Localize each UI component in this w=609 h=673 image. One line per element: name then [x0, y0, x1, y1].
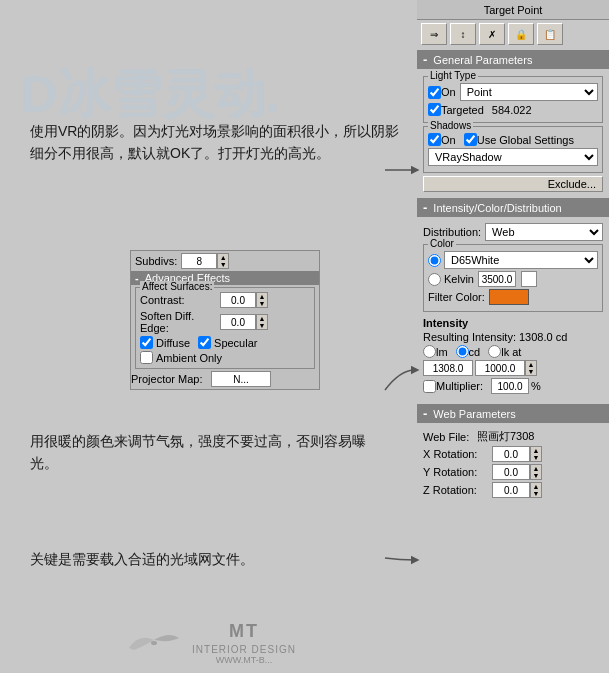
- targeted-checkbox[interactable]: [428, 103, 441, 116]
- kelvin-input[interactable]: [478, 271, 516, 287]
- general-minus-icon: -: [423, 52, 427, 67]
- x-rotation-spinner[interactable]: ▲▼: [530, 446, 542, 462]
- shadows-on-label: On: [441, 134, 456, 146]
- y-rotation-input[interactable]: [492, 464, 530, 480]
- diffuse-checkbox[interactable]: [140, 336, 153, 349]
- intensity-label: Intensity/Color/Distribution: [433, 202, 561, 214]
- shadows-global-checkbox[interactable]: [464, 133, 477, 146]
- mt-branding: MT INTERIOR DESIGN WWW.MT-B...: [192, 621, 296, 665]
- specular-checkbox[interactable]: [198, 336, 211, 349]
- multiplier-row: Multiplier: %: [423, 378, 603, 394]
- intensity-header[interactable]: - Intensity/Color/Distribution: [417, 198, 609, 217]
- light-type-group: Light Type On Point Targeted 584.022: [423, 76, 603, 123]
- rollout-panel: Subdivs: ▲▼ - Advanced Effects Affect Su…: [130, 250, 320, 390]
- annotation-1: 使用VR的阴影。因为灯光对场景影响的面积很小，所以阴影细分不用很高，默认就OK了…: [30, 120, 410, 165]
- tool-btn-lock[interactable]: 🔒: [508, 23, 534, 45]
- contrast-input[interactable]: [220, 292, 256, 308]
- affect-surfaces-title: Affect Surfaces:: [140, 281, 214, 292]
- tool-btn-cross[interactable]: ✗: [479, 23, 505, 45]
- tool-btn-copy[interactable]: 📋: [537, 23, 563, 45]
- ambient-row: Ambient Only: [140, 351, 310, 364]
- y-rotation-label: Y Rotation:: [423, 466, 488, 478]
- diffuse-row: Diffuse Specular: [140, 336, 310, 349]
- resulting-value: 1308.0 cd: [519, 331, 567, 343]
- x-rotation-input[interactable]: [492, 446, 530, 462]
- intensity-minus-icon: -: [423, 200, 427, 215]
- percent-label: %: [531, 380, 541, 392]
- kelvin-label: Kelvin: [444, 273, 474, 285]
- kelvin-color-swatch[interactable]: [521, 271, 537, 287]
- light-type-dropdown[interactable]: Point: [460, 83, 598, 101]
- projector-row: Projector Map:: [131, 371, 319, 387]
- multiplier-input[interactable]: [491, 378, 529, 394]
- web-params-label: Web Parameters: [433, 408, 515, 420]
- lkat-label: lk at: [501, 346, 521, 358]
- targeted-row: Targeted 584.022: [428, 103, 598, 116]
- annotation-3: 关键是需要载入合适的光域网文件。: [30, 548, 390, 570]
- distribution-label: Distribution:: [423, 226, 481, 238]
- affect-surfaces-group: Affect Surfaces: Contrast: ▲▼ Soften Dif…: [135, 287, 315, 369]
- z-rotation-spinner[interactable]: ▲▼: [530, 482, 542, 498]
- mt-url: WWW.MT-B...: [192, 655, 296, 665]
- subdivs-label: Subdivs:: [135, 255, 177, 267]
- light-on-row: On Point: [428, 83, 598, 101]
- intensity-val2[interactable]: [475, 360, 525, 376]
- cd-radio[interactable]: [456, 345, 469, 358]
- target-point-label: Target Point: [484, 4, 543, 16]
- general-params-content: Light Type On Point Targeted 584.022 Sha…: [417, 69, 609, 196]
- ambient-checkbox[interactable]: [140, 351, 153, 364]
- shadow-type-dropdown[interactable]: VRayShadow: [428, 148, 598, 166]
- shadow-type-row: VRayShadow: [428, 148, 598, 166]
- shadows-on-row: On Use Global Settings: [428, 133, 598, 146]
- distribution-dropdown[interactable]: Web: [485, 223, 603, 241]
- mt-subtitle: INTERIOR DESIGN: [192, 644, 296, 655]
- subdivs-spinner[interactable]: ▲▼: [217, 253, 229, 269]
- intensity-group: Intensity Resulting Intensity: 1308.0 cd…: [423, 315, 603, 398]
- web-file-value: 照画灯7308: [477, 429, 603, 444]
- tool-btn-move[interactable]: ⇒: [421, 23, 447, 45]
- resulting-label: Resulting Intensity:: [423, 331, 516, 343]
- contrast-row: Contrast: ▲▼: [140, 292, 310, 308]
- resulting-row: Resulting Intensity: 1308.0 cd: [423, 331, 603, 343]
- targeted-label: Targeted: [441, 104, 484, 116]
- multiplier-checkbox[interactable]: [423, 380, 436, 393]
- bird-logo-icon: [124, 628, 184, 658]
- projector-input[interactable]: [211, 371, 271, 387]
- mt-text: MT: [192, 621, 296, 642]
- diffuse-label: Diffuse: [156, 337, 190, 349]
- exclude-button[interactable]: Exclude...: [423, 176, 603, 192]
- filter-row: Filter Color:: [428, 289, 598, 305]
- soften-input[interactable]: [220, 314, 256, 330]
- x-rotation-row: X Rotation: ▲▼: [423, 446, 603, 462]
- lm-radio[interactable]: [423, 345, 436, 358]
- bottom-watermark: MT INTERIOR DESIGN WWW.MT-B...: [0, 621, 420, 665]
- ambient-label: Ambient Only: [156, 352, 222, 364]
- lm-cd-row: lm cd lk at: [423, 345, 603, 358]
- light-type-title: Light Type: [428, 70, 478, 81]
- intensity-spinner[interactable]: ▲▼: [525, 360, 537, 376]
- z-rotation-input[interactable]: [492, 482, 530, 498]
- shadows-on-checkbox[interactable]: [428, 133, 441, 146]
- shadows-group: Shadows On Use Global Settings VRayShado…: [423, 126, 603, 173]
- subdivs-input[interactable]: [181, 253, 217, 269]
- targeted-value: 584.022: [492, 104, 532, 116]
- right-panel: Target Point ⇒ ↕ ✗ 🔒 📋 - General Paramet…: [417, 0, 609, 673]
- toolbar-row: ⇒ ↕ ✗ 🔒 📋: [417, 20, 609, 48]
- svg-point-0: [151, 641, 157, 645]
- tool-btn-rotate[interactable]: ↕: [450, 23, 476, 45]
- d65-radio[interactable]: [428, 254, 441, 267]
- x-rotation-label: X Rotation:: [423, 448, 488, 460]
- d65-dropdown[interactable]: D65White: [444, 251, 598, 269]
- contrast-spinner[interactable]: ▲▼: [256, 292, 268, 308]
- annotation-2: 用很暖的颜色来调节气氛，强度不要过高，否则容易曝光。: [30, 430, 390, 475]
- web-params-header[interactable]: - Web Parameters: [417, 404, 609, 423]
- lkat-radio[interactable]: [488, 345, 501, 358]
- y-rotation-spinner[interactable]: ▲▼: [530, 464, 542, 480]
- light-on-checkbox[interactable]: [428, 86, 441, 99]
- web-params-content: Web File: 照画灯7308 X Rotation: ▲▼ Y Rotat…: [417, 423, 609, 504]
- kelvin-radio[interactable]: [428, 273, 441, 286]
- filter-color-swatch[interactable]: [489, 289, 529, 305]
- general-params-header[interactable]: - General Parameters: [417, 50, 609, 69]
- soften-spinner[interactable]: ▲▼: [256, 314, 268, 330]
- intensity-val1[interactable]: [423, 360, 473, 376]
